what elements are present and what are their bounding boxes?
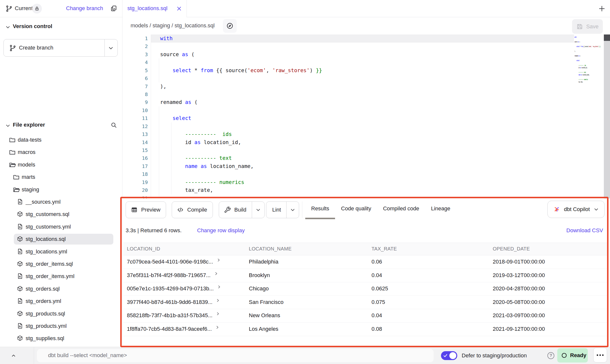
- table-row[interactable]: 1f8ffa70-7cb5-4d83-8a7f-9aceef6...Los An…: [123, 323, 607, 336]
- tree-item-stg-products-yml[interactable]: stg_products.yml: [0, 321, 122, 331]
- tree-item-label: marts: [22, 174, 35, 180]
- tab-label: stg_locations.sql: [127, 5, 168, 12]
- indent-guide: [159, 194, 159, 199]
- build-button[interactable]: Build: [219, 201, 265, 218]
- toggle-knob: [449, 352, 456, 359]
- branch-topbar: Current Change branch: [0, 0, 122, 17]
- change-row-display-link[interactable]: Change row display: [197, 227, 245, 234]
- save-button[interactable]: Save: [572, 19, 603, 34]
- cell-location_id: 1f8ffa70-7cb5-4d83-8a7f-9aceef6...: [127, 326, 219, 332]
- tree-item-marts[interactable]: marts: [0, 172, 122, 182]
- code-line-18: [160, 170, 573, 178]
- line-number: 14: [127, 138, 148, 147]
- build-dropdown[interactable]: [252, 202, 264, 218]
- version-control-title: Version control: [13, 23, 52, 30]
- file-explorer-title: File explorer: [13, 122, 45, 128]
- cell-location_id: 37e5f311-b7f4-4f2f-988b-719657...: [127, 272, 218, 279]
- tree-item-stg-products-sql[interactable]: stg_products.sql: [0, 308, 122, 319]
- download-csv-link[interactable]: Download CSV: [566, 227, 603, 234]
- row-expander-icon[interactable]: [216, 312, 220, 316]
- editor-scrollbar[interactable]: [604, 34, 610, 199]
- cell-tax_rate: 0.075: [372, 299, 385, 305]
- panel-tabs: ResultsCode qualityCompiled codeLineage: [305, 199, 456, 219]
- cell-location_name: Chicago: [249, 285, 269, 292]
- table-row[interactable]: 3977f440-b87d-461b-9dd6-81839...San Fran…: [123, 296, 607, 309]
- tree-item-stg-locations-sql[interactable]: stg_locations.sql: [0, 234, 122, 245]
- indent-guide: [159, 58, 159, 66]
- file-explorer-header[interactable]: File explorer: [0, 119, 122, 132]
- new-tab-button[interactable]: [598, 5, 606, 12]
- copy-icon[interactable]: [110, 5, 117, 12]
- row-expander-icon[interactable]: [214, 272, 218, 276]
- tab-lineage[interactable]: Lineage: [425, 199, 456, 219]
- row-expander-icon[interactable]: [217, 285, 221, 289]
- code-line-11: select: [160, 114, 573, 122]
- file-icon: [17, 223, 23, 230]
- close-icon[interactable]: [176, 5, 182, 12]
- tree-item-data-tests[interactable]: data-tests: [0, 134, 122, 145]
- tab-code-quality[interactable]: Code quality: [335, 199, 377, 219]
- command-input[interactable]: dbt build --select <model_name>: [37, 349, 434, 362]
- git-branch-icon: [5, 5, 13, 12]
- table-row[interactable]: 7c079cea-5ed4-4101-906e-9198c...Philadel…: [123, 255, 607, 269]
- table-row[interactable]: 37e5f311-b7f4-4f2f-988b-719657...Brookly…: [123, 269, 607, 282]
- indent-guide: [159, 66, 159, 74]
- preview-button[interactable]: Preview: [126, 201, 166, 218]
- tree-item-label: stg_orders.yml: [26, 298, 61, 304]
- chevron-up-icon: [10, 352, 17, 359]
- defer-toggle[interactable]: [441, 351, 457, 360]
- indent-guide: [159, 186, 159, 194]
- tree-item-stg-order-items-yml[interactable]: stg_order_items.yml: [0, 271, 122, 282]
- tree-item-models[interactable]: models: [0, 159, 122, 170]
- cell-location_id: 858218fb-73f7-4b1b-a31f-57b345...: [127, 312, 220, 319]
- change-branch-link[interactable]: Change branch: [66, 5, 103, 12]
- wrench-icon: [224, 206, 231, 213]
- tree-item-label: stg_customers.sql: [26, 211, 69, 217]
- branch-lock-badge: [32, 4, 42, 14]
- chevron-down-icon[interactable]: [108, 45, 114, 51]
- row-expander-icon[interactable]: [216, 298, 220, 302]
- tree-item-macros[interactable]: macros: [0, 147, 122, 158]
- collapse-panel-button[interactable]: [10, 352, 17, 359]
- compile-button[interactable]: Compile: [172, 201, 213, 218]
- more-options-button[interactable]: [593, 348, 607, 363]
- version-control-header[interactable]: Version control: [0, 21, 122, 33]
- file-icon: [17, 298, 23, 304]
- line-number: 16: [127, 154, 148, 162]
- dbt-copilot-label: dbt Copilot: [564, 206, 590, 213]
- navigate-button[interactable]: [223, 19, 237, 33]
- tree-item-label: stg_order_items.sql: [26, 261, 73, 267]
- tree-item-label: staging: [22, 186, 39, 193]
- dbt-copilot-button[interactable]: dbt Copilot: [547, 201, 605, 218]
- scrollbar-thumb[interactable]: [604, 34, 610, 41]
- tree-item-stg-order-items-sql[interactable]: stg_order_items.sql: [0, 259, 122, 269]
- command-placeholder: dbt build --select <model_name>: [48, 352, 127, 359]
- minimap[interactable]: withsource as ( select * from {{ source(…: [575, 36, 603, 196]
- lint-dropdown[interactable]: [287, 202, 299, 218]
- tree-item-stg-customers-sql[interactable]: stg_customers.sql: [0, 209, 122, 220]
- tree-item-stg-orders-yml[interactable]: stg_orders.yml: [0, 296, 122, 307]
- tree-item-stg-locations-yml[interactable]: stg_locations.yml: [0, 246, 122, 257]
- lint-button[interactable]: Lint: [266, 201, 299, 218]
- indent-guide: [159, 114, 159, 122]
- tree-item-stg-customers-yml[interactable]: stg_customers.yml: [0, 221, 122, 232]
- tree-item-stg-supplies-sql[interactable]: stg_supplies.sql: [0, 333, 122, 344]
- create-branch-button[interactable]: Create branch: [3, 39, 118, 57]
- tree-item-stg-orders-sql[interactable]: stg_orders.sql: [0, 283, 122, 294]
- model-cube-icon: [17, 285, 23, 292]
- row-expander-icon[interactable]: [217, 258, 220, 262]
- tree-item-staging[interactable]: staging: [0, 184, 122, 195]
- tree-item--sources-yml[interactable]: __sources.yml: [0, 197, 122, 207]
- row-expander-icon[interactable]: [215, 325, 219, 329]
- tab-stg-locations[interactable]: stg_locations.sql: [123, 0, 187, 17]
- code-line-17: name as location_name,: [160, 162, 573, 170]
- tab-results[interactable]: Results: [305, 199, 335, 219]
- code-editor[interactable]: 1with23source as (45 select * from {{ so…: [122, 34, 610, 199]
- table-row[interactable]: 005e7e1c-1935-4269-b479-0713b...Chicago0…: [123, 282, 607, 296]
- help-icon[interactable]: ?: [547, 352, 554, 359]
- code-line-20: tax_rate,: [160, 186, 573, 194]
- search-icon[interactable]: [110, 122, 117, 129]
- tree-item-label: stg_orders.sql: [26, 286, 60, 292]
- table-row[interactable]: 858218fb-73f7-4b1b-a31f-57b345...New Orl…: [123, 309, 607, 323]
- tab-compiled-code[interactable]: Compiled code: [377, 199, 425, 219]
